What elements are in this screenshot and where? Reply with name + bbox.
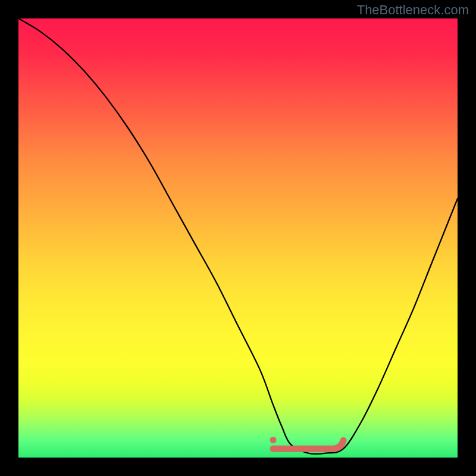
optimal-point-dot [270, 437, 277, 443]
chart-overlay [18, 18, 458, 458]
bottleneck-curve [18, 18, 458, 454]
chart-plot-area [18, 18, 458, 458]
optimal-range-marker [273, 440, 343, 449]
watermark-text: TheBottleneck.com [357, 2, 469, 18]
